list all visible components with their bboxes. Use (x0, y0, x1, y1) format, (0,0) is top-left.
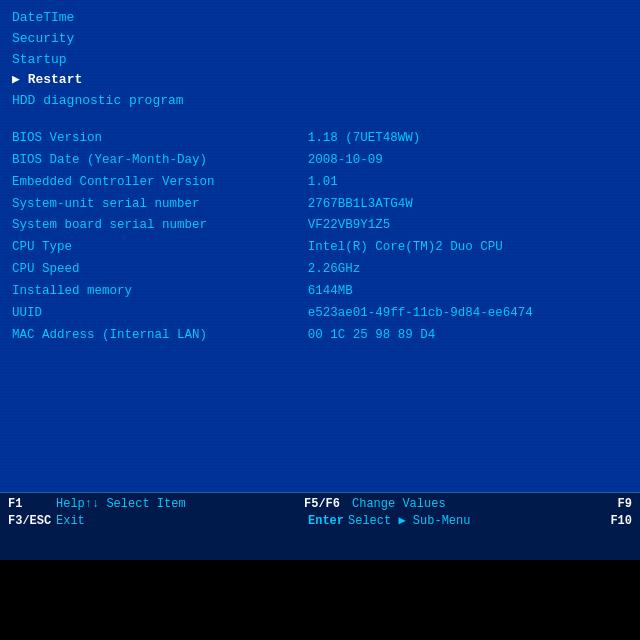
field-label: CPU Speed (12, 259, 308, 281)
field-label: MAC Address (Internal LAN) (12, 325, 308, 347)
key-f5f6-desc: Change Values (352, 497, 600, 511)
key-f3esc: F3/ESC (8, 514, 56, 528)
field-value: 2008-10-09 (308, 150, 628, 172)
key-f5f6: F5/F6 (304, 497, 352, 511)
field-label: BIOS Version (12, 128, 308, 150)
field-value: e523ae01-49ff-11cb-9d84-ee6474 (308, 303, 628, 325)
field-label: UUID (12, 303, 308, 325)
table-row: BIOS Version1.18 (7UET48WW) (12, 128, 628, 150)
table-row: Embedded Controller Version1.01 (12, 172, 628, 194)
table-row: System board serial numberVF22VB9Y1Z5 (12, 215, 628, 237)
table-row: Installed memory6144MB (12, 281, 628, 303)
key-f1-desc: Help↑↓ Select Item (56, 497, 304, 511)
table-row: UUIDe523ae01-49ff-11cb-9d84-ee6474 (12, 303, 628, 325)
key-f10: F10 (600, 514, 632, 528)
table-row: MAC Address (Internal LAN)00 1C 25 98 89… (12, 325, 628, 347)
key-f3esc-desc: Exit (56, 514, 308, 528)
nav-item-restart[interactable]: Restart (12, 70, 628, 91)
field-value: 1.01 (308, 172, 628, 194)
field-value: VF22VB9Y1Z5 (308, 215, 628, 237)
nav-menu: DateTImeSecurityStartupRestartHDD diagno… (12, 8, 628, 112)
field-label: CPU Type (12, 237, 308, 259)
field-value: Intel(R) Core(TM)2 Duo CPU (308, 237, 628, 259)
nav-item-security[interactable]: Security (12, 29, 628, 50)
bezel-bottom (0, 560, 640, 640)
footer-row-2: F3/ESC Exit Enter Select ▶ Sub-Menu F10 (8, 513, 632, 528)
table-row: CPU Speed2.26GHz (12, 259, 628, 281)
field-value: 1.18 (7UET48WW) (308, 128, 628, 150)
field-label: System-unit serial number (12, 194, 308, 216)
footer-row-1: F1 Help↑↓ Select Item F5/F6 Change Value… (8, 497, 632, 511)
nav-item-startup[interactable]: Startup (12, 50, 628, 71)
nav-item-hdd[interactable]: HDD diagnostic program (12, 91, 628, 112)
bottom-bar: F1 Help↑↓ Select Item F5/F6 Change Value… (0, 492, 640, 560)
field-label: Installed memory (12, 281, 308, 303)
field-value: 2.26GHz (308, 259, 628, 281)
field-label: Embedded Controller Version (12, 172, 308, 194)
bios-info-table: BIOS Version1.18 (7UET48WW)BIOS Date (Ye… (12, 128, 628, 347)
table-row: BIOS Date (Year-Month-Day)2008-10-09 (12, 150, 628, 172)
key-enter-desc: Select ▶ Sub-Menu (348, 513, 600, 528)
key-enter: Enter (308, 514, 344, 528)
key-f1: F1 (8, 497, 56, 511)
field-value: 2767BB1L3ATG4W (308, 194, 628, 216)
field-label: BIOS Date (Year-Month-Day) (12, 150, 308, 172)
table-row: CPU TypeIntel(R) Core(TM)2 Duo CPU (12, 237, 628, 259)
field-value: 6144MB (308, 281, 628, 303)
table-row: System-unit serial number2767BB1L3ATG4W (12, 194, 628, 216)
key-f9: F9 (600, 497, 632, 511)
nav-item-datetime[interactable]: DateTIme (12, 8, 628, 29)
field-label: System board serial number (12, 215, 308, 237)
bios-screen: DateTImeSecurityStartupRestartHDD diagno… (0, 0, 640, 640)
field-value: 00 1C 25 98 89 D4 (308, 325, 628, 347)
main-content: DateTImeSecurityStartupRestartHDD diagno… (0, 0, 640, 492)
